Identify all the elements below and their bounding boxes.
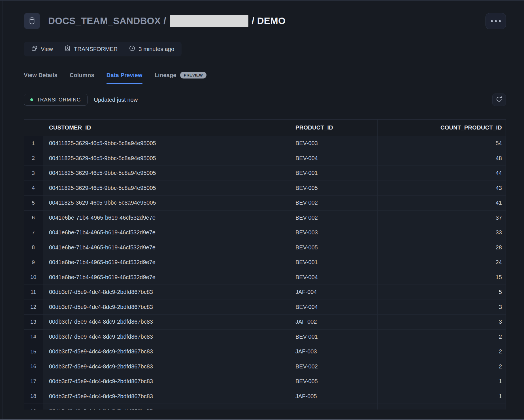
header-bar: DOCS_TEAM_SANDBOX / / DEMO <box>24 13 506 29</box>
cell-product-id: BEV-004 <box>288 151 378 166</box>
window-left-border <box>3 0 3 420</box>
cell-count-product-id: 48 <box>378 151 506 166</box>
table-row[interactable]: 16 00db3cf7-d5e9-4dc4-8dc9-2bdfd867bc83 … <box>24 359 506 374</box>
cell-customer-id: 00db3cf7-d5e9-4dc4-8dc9-2bdfd867bc83 <box>43 315 288 330</box>
cell-product-id: BEV-002 <box>288 359 378 374</box>
cell-count-product-id: 33 <box>378 225 506 240</box>
column-header-customer-id[interactable]: CUSTOMER_ID <box>43 120 288 136</box>
refresh-button[interactable] <box>492 94 506 106</box>
table-row[interactable]: 10 0041e6be-71b4-4965-b619-46cf532d9e7e … <box>24 270 506 285</box>
cell-count-product-id: 3 <box>378 315 506 330</box>
table-row[interactable]: 6 0041e6be-71b4-4965-b619-46cf532d9e7e B… <box>24 211 506 226</box>
row-number: 5 <box>24 196 43 211</box>
table-row[interactable]: 4 00411825-3629-46c5-9bbc-5c8a94e95005 B… <box>24 181 506 196</box>
cell-count-product-id: 37 <box>378 211 506 226</box>
redacted-database-name <box>170 15 248 27</box>
more-options-button[interactable] <box>485 13 506 29</box>
cell-count-product-id: 28 <box>378 240 506 255</box>
table-row[interactable]: 1 00411825-3629-46c5-9bbc-5c8a94e95005 B… <box>24 136 506 151</box>
cell-count-product-id: 3 <box>378 300 506 315</box>
cell-product-id: BEV-003 <box>288 225 378 240</box>
row-number: 13 <box>24 315 43 330</box>
cell-count-product-id: 24 <box>378 255 506 270</box>
cell-count-product-id <box>378 404 506 410</box>
row-number: 16 <box>24 359 43 374</box>
table-header-row: CUSTOMER_ID PRODUCT_ID COUNT_PRODUCT_ID <box>24 120 506 136</box>
tab-view-details[interactable]: View Details <box>24 72 57 84</box>
clock-icon <box>129 45 135 53</box>
cell-count-product-id: 44 <box>378 166 506 181</box>
database-icon <box>24 13 40 29</box>
table-row[interactable]: 11 00db3cf7-d5e9-4dc4-8dc9-2bdfd867bc83 … <box>24 285 506 300</box>
owner-chip: TRANSFORMER <box>64 45 118 53</box>
cell-product-id: JAF-003 <box>288 344 378 359</box>
table-row[interactable]: 9 0041e6be-71b4-4965-b619-46cf532d9e7e B… <box>24 255 506 270</box>
table-row[interactable]: 14 00db3cf7-d5e9-4dc4-8dc9-2bdfd867bc83 … <box>24 330 506 345</box>
meta-pill: View TRANSFORMER 3 minutes ago <box>24 42 182 56</box>
refresh-icon <box>496 96 502 104</box>
cell-customer-id: 00db3cf7-d5e9-4dc4-8dc9-2bdfd867bc83 <box>43 285 288 300</box>
tab-data-preview[interactable]: Data Preview <box>106 72 142 84</box>
table-row[interactable]: 8 0041e6be-71b4-4965-b619-46cf532d9e7e B… <box>24 240 506 255</box>
cell-product-id: BEV-004 <box>288 300 378 315</box>
status-row: TRANSFORMING Updated just now <box>24 94 506 106</box>
cell-count-product-id: 2 <box>378 344 506 359</box>
cell-count-product-id: 41 <box>378 196 506 211</box>
table-row[interactable]: 12 00db3cf7-d5e9-4dc4-8dc9-2bdfd867bc83 … <box>24 300 506 315</box>
table-row[interactable]: 2 00411825-3629-46c5-9bbc-5c8a94e95005 B… <box>24 151 506 166</box>
column-header-product-id[interactable]: PRODUCT_ID <box>288 120 378 136</box>
owner-label: TRANSFORMER <box>74 46 118 52</box>
table-row[interactable]: 18 00db3cf7-d5e9-4dc4-8dc9-2bdfd867bc83 … <box>24 389 506 404</box>
table-row[interactable]: 15 00db3cf7-d5e9-4dc4-8dc9-2bdfd867bc83 … <box>24 344 506 359</box>
cell-count-product-id: 2 <box>378 359 506 374</box>
status-label: TRANSFORMING <box>37 97 81 103</box>
cell-product-id: JAF-002 <box>288 315 378 330</box>
cell-customer-id: 00411825-3629-46c5-9bbc-5c8a94e95005 <box>43 151 288 166</box>
cell-count-product-id: 54 <box>378 136 506 151</box>
cell-customer-id: 0041e6be-71b4-4965-b619-46cf532d9e7e <box>43 255 288 270</box>
table-row[interactable]: 3 00411825-3629-46c5-9bbc-5c8a94e95005 B… <box>24 166 506 181</box>
cell-product-id: JAF-004 <box>288 285 378 300</box>
cell-product-id: BEV-002 <box>288 211 378 226</box>
cell-product-id: BEV-001 <box>288 166 378 181</box>
row-number: 7 <box>24 225 43 240</box>
data-preview-table: CUSTOMER_ID PRODUCT_ID COUNT_PRODUCT_ID … <box>24 119 506 410</box>
cell-product-id: BEV-001 <box>288 330 378 345</box>
table-row[interactable]: 13 00db3cf7-d5e9-4dc4-8dc9-2bdfd867bc83 … <box>24 315 506 330</box>
table-row[interactable]: 5 00411825-3629-46c5-9bbc-5c8a94e95005 B… <box>24 196 506 211</box>
main-content: DOCS_TEAM_SANDBOX / / DEMO View <box>24 0 506 410</box>
table-body: 1 00411825-3629-46c5-9bbc-5c8a94e95005 B… <box>24 136 506 410</box>
row-number: 14 <box>24 330 43 345</box>
page-title: DOCS_TEAM_SANDBOX / / DEMO <box>48 15 286 27</box>
row-number: 10 <box>24 270 43 285</box>
status-dot-icon <box>30 98 33 101</box>
table-row[interactable]: 7 0041e6be-71b4-4965-b619-46cf532d9e7e B… <box>24 225 506 240</box>
row-number: 19 <box>24 404 43 410</box>
column-header-count-product-id[interactable]: COUNT_PRODUCT_ID <box>378 120 506 136</box>
last-updated-chip: 3 minutes ago <box>129 45 174 53</box>
tab-columns[interactable]: Columns <box>70 72 94 84</box>
cell-customer-id: 00411825-3629-46c5-9bbc-5c8a94e95005 <box>43 136 288 151</box>
table-row[interactable]: 19 00db3cf7-d5e9-4dc4-8dc9-2bdfd867bc83 <box>24 404 506 410</box>
cell-customer-id: 00db3cf7-d5e9-4dc4-8dc9-2bdfd867bc83 <box>43 404 288 410</box>
row-number: 1 <box>24 136 43 151</box>
header-left: DOCS_TEAM_SANDBOX / / DEMO <box>24 13 286 29</box>
tab-lineage[interactable]: Lineage PREVIEW <box>155 72 206 84</box>
cell-customer-id: 00411825-3629-46c5-9bbc-5c8a94e95005 <box>43 181 288 196</box>
layers-icon <box>31 45 38 53</box>
table-row[interactable]: 17 00db3cf7-d5e9-4dc4-8dc9-2bdfd867bc83 … <box>24 374 506 389</box>
updated-label: Updated just now <box>94 97 138 103</box>
cell-customer-id: 00db3cf7-d5e9-4dc4-8dc9-2bdfd867bc83 <box>43 359 288 374</box>
row-number: 11 <box>24 285 43 300</box>
cell-customer-id: 00db3cf7-d5e9-4dc4-8dc9-2bdfd867bc83 <box>43 389 288 404</box>
cell-customer-id: 0041e6be-71b4-4965-b619-46cf532d9e7e <box>43 240 288 255</box>
cell-product-id: BEV-005 <box>288 374 378 389</box>
title-suffix: / DEMO <box>252 16 286 26</box>
time-ago-label: 3 minutes ago <box>139 46 174 52</box>
cell-product-id: BEV-003 <box>288 136 378 151</box>
cell-product-id: BEV-002 <box>288 196 378 211</box>
entity-type-label: View <box>41 46 53 52</box>
active-tab-underline <box>106 83 142 84</box>
preview-badge: PREVIEW <box>180 72 206 79</box>
row-number: 9 <box>24 255 43 270</box>
